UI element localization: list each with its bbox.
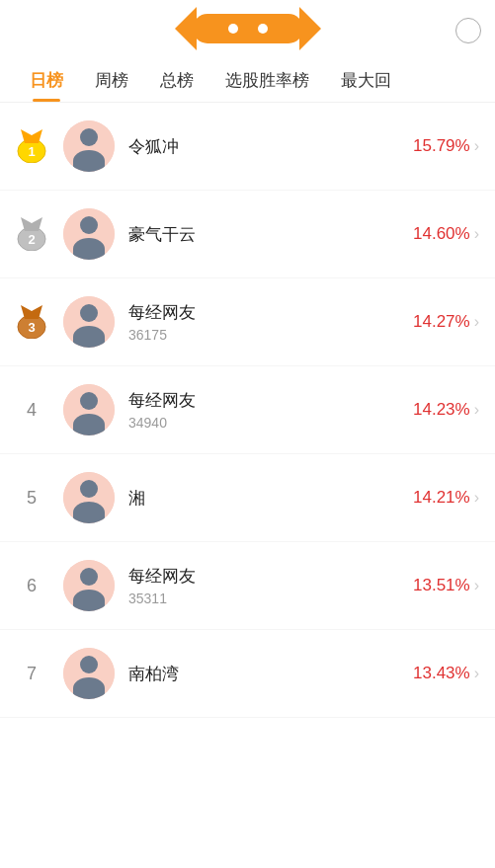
user-name: 每经网友 — [128, 565, 399, 588]
banner-dot-left — [228, 24, 238, 34]
list-item[interactable]: 5 湘 14.21% › — [0, 454, 495, 542]
banner-dot-right — [258, 24, 268, 34]
pct-value: 13.51% — [413, 576, 470, 595]
user-sub: 35311 — [128, 591, 399, 606]
user-name: 每经网友 — [128, 301, 399, 324]
chevron-right-icon: › — [474, 313, 479, 331]
pct-wrap: 14.60% › — [413, 224, 479, 244]
help-icon-wrap[interactable] — [455, 18, 481, 43]
chevron-right-icon: › — [474, 225, 479, 243]
user-name: 每经网友 — [128, 389, 399, 412]
avatar — [63, 648, 115, 699]
user-name: 令狐冲 — [128, 135, 399, 158]
user-info: 湘 — [128, 487, 399, 510]
pct-wrap: 14.21% › — [413, 488, 479, 508]
svg-text:3: 3 — [28, 320, 35, 335]
svg-text:1: 1 — [28, 144, 35, 159]
chevron-right-icon: › — [474, 489, 479, 507]
banner-shape — [193, 14, 303, 43]
pct-wrap: 14.27% › — [413, 312, 479, 332]
user-info: 每经网友 36175 — [128, 301, 399, 343]
pct-value: 14.60% — [413, 224, 470, 244]
user-name: 湘 — [128, 487, 399, 510]
pct-value: 14.27% — [413, 312, 470, 332]
user-info: 南柏湾 — [128, 663, 399, 685]
list-item[interactable]: 3 每经网友 36175 14.27% › — [0, 278, 495, 366]
list-item[interactable]: 4 每经网友 34940 14.23% › — [0, 366, 495, 454]
user-sub: 34940 — [128, 415, 399, 431]
rank-number: 6 — [14, 576, 49, 596]
pct-value: 15.79% — [413, 136, 470, 156]
user-info: 令狐冲 — [128, 135, 399, 158]
user-info: 豪气干云 — [128, 223, 399, 246]
tabs: 日榜周榜总榜选股胜率榜最大回 — [0, 53, 495, 103]
user-name: 豪气干云 — [128, 223, 399, 246]
svg-text:2: 2 — [28, 232, 35, 247]
pct-wrap: 15.79% › — [413, 136, 479, 156]
pct-wrap: 13.51% › — [413, 576, 479, 595]
chevron-right-icon: › — [474, 137, 479, 155]
header-banner — [0, 0, 495, 53]
pct-value: 14.23% — [413, 400, 470, 420]
avatar — [63, 472, 115, 523]
tab-daily[interactable]: 日榜 — [14, 61, 79, 102]
avatar — [63, 560, 115, 611]
tab-winrate[interactable]: 选股胜率榜 — [209, 61, 325, 102]
tab-weekly[interactable]: 周榜 — [79, 61, 144, 102]
list-item[interactable]: 7 南柏湾 13.43% › — [0, 630, 495, 718]
tab-maxreturn[interactable]: 最大回 — [325, 61, 407, 102]
avatar — [63, 120, 115, 172]
list-item[interactable]: 6 每经网友 35311 13.51% › — [0, 542, 495, 630]
pct-value: 13.43% — [413, 664, 470, 683]
rankings-list: 1 令狐冲 15.79% › 2 豪气干云 14.60% › — [0, 103, 495, 718]
help-icon[interactable] — [455, 18, 481, 43]
avatar — [63, 384, 115, 435]
list-item[interactable]: 1 令狐冲 15.79% › — [0, 103, 495, 191]
rank-number: 5 — [14, 488, 49, 509]
chevron-right-icon: › — [474, 665, 479, 682]
user-info: 每经网友 35311 — [128, 565, 399, 606]
pct-wrap: 13.43% › — [413, 664, 479, 683]
user-info: 每经网友 34940 — [128, 389, 399, 431]
rank-gold: 1 — [14, 125, 49, 167]
user-sub: 36175 — [128, 327, 399, 343]
pct-value: 14.21% — [413, 488, 470, 508]
avatar — [63, 296, 115, 348]
user-name: 南柏湾 — [128, 663, 399, 685]
avatar — [63, 208, 115, 260]
rank-silver: 2 — [14, 213, 49, 255]
rank-bronze: 3 — [14, 301, 49, 343]
rank-number: 7 — [14, 664, 49, 684]
rank-number: 4 — [14, 400, 49, 421]
tab-total[interactable]: 总榜 — [144, 61, 209, 102]
chevron-right-icon: › — [474, 401, 479, 419]
pct-wrap: 14.23% › — [413, 400, 479, 420]
chevron-right-icon: › — [474, 577, 479, 594]
list-item[interactable]: 2 豪气干云 14.60% › — [0, 191, 495, 278]
